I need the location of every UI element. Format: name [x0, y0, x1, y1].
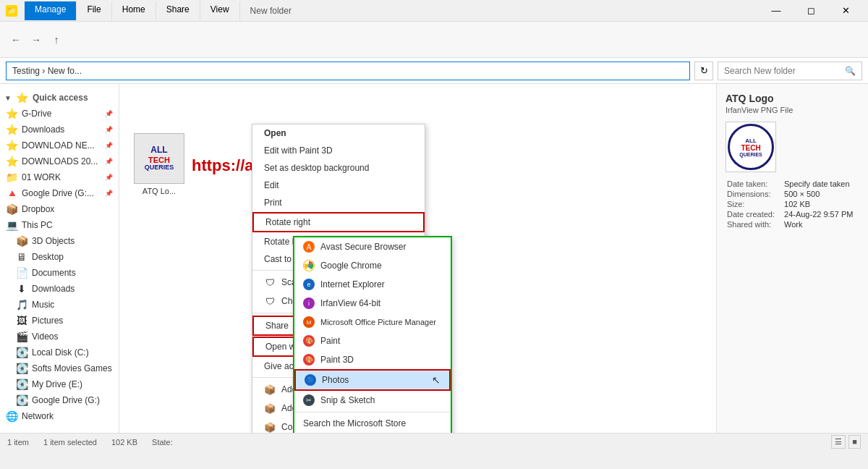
submenu-paint[interactable]: 🎨 Paint: [294, 331, 451, 350]
disk-icon: 💽: [16, 347, 27, 358]
main-layout: ▼ ⭐ Quick access ⭐ G-Drive 📌 ⭐ Downloads…: [0, 84, 868, 433]
logo-preview: ALL TECH QUERIES: [726, 122, 776, 172]
submenu-ie[interactable]: e Internet Explorer: [294, 275, 451, 294]
sidebar-item-desktop[interactable]: 🖥 Desktop: [0, 249, 119, 265]
sidebar-item-01work[interactable]: 📁 01 WORK 📌: [0, 169, 119, 185]
submenu-label: Photos: [322, 375, 349, 385]
tab-manage[interactable]: Manage: [25, 1, 77, 20]
meta-label: Date taken:: [727, 179, 783, 188]
submenu-paint3d[interactable]: 🎨 Paint 3D: [294, 350, 451, 369]
sidebar-item-downloads-20[interactable]: ⭐ DOWNLOADS 20... 📌: [0, 153, 119, 169]
meta-value: Specify date taken: [784, 179, 858, 188]
submenu-label: Paint 3D: [320, 355, 354, 365]
thispc-icon: 💻: [6, 219, 17, 231]
pin-icon: 📌: [105, 190, 113, 197]
sidebar-item-googledrive-g2[interactable]: 💽 Google Drive (G:): [0, 392, 119, 408]
status-bar-right-icons: ☰ ■: [831, 435, 861, 449]
view-list-icon[interactable]: ☰: [831, 435, 846, 449]
right-panel: ATQ Logo IrfanView PNG File ALL TECH QUE…: [716, 84, 868, 433]
chevron-down-icon: ▼: [4, 94, 12, 102]
sidebar-item-documents[interactable]: 📄 Documents: [0, 265, 119, 281]
tab-view[interactable]: View: [200, 1, 240, 20]
ribbon-toolbar: ← → ↑: [0, 22, 868, 58]
sidebar-item-thispc[interactable]: 💻 This PC: [0, 217, 119, 233]
meta-row-dimensions: Dimensions: 500 × 500: [727, 190, 858, 198]
submenu-search-store[interactable]: Search the Microsoft Store: [294, 415, 451, 432]
disk-icon: 💽: [16, 394, 27, 406]
ctx-set-desktop[interactable]: Set as desktop background: [252, 159, 425, 177]
photos-icon: 🔵: [305, 374, 316, 386]
forward-button[interactable]: →: [27, 31, 45, 48]
ctx-edit-paint3d[interactable]: Edit with Paint 3D: [252, 142, 425, 159]
sidebar-item-googledrive-g[interactable]: 🔺 Google Drive (G:... 📌: [0, 185, 119, 201]
sidebar-item-pictures[interactable]: 🖼 Pictures: [0, 313, 119, 329]
pin-icon: 📌: [105, 142, 113, 149]
file-name: ATQ Lo...: [142, 187, 176, 195]
sidebar-item-localdisk[interactable]: 💽 Local Disk (C:): [0, 345, 119, 360]
sidebar-item-music[interactable]: 🎵 Music: [0, 297, 119, 313]
ctx-label: Rotate right: [265, 217, 310, 227]
submenu-label: Snip & Sketch: [320, 395, 375, 405]
file-item-atqlogo[interactable]: ALL TECH QUERIES ATQ Lo...: [127, 127, 192, 201]
up-button[interactable]: ↑: [48, 31, 65, 48]
status-bar: 1 item 1 item selected 102 KB State: ☰ ■: [0, 433, 868, 450]
ctx-open[interactable]: Open: [252, 124, 425, 142]
star-icon: ⭐: [6, 124, 17, 135]
network-icon: 🌐: [6, 410, 17, 422]
submenu-choose-app[interactable]: Choose another app: [294, 432, 451, 433]
tab-home[interactable]: Home: [112, 1, 156, 20]
submenu-sep: [294, 412, 451, 413]
submenu-label: Microsoft Office Picture Manager: [320, 318, 436, 326]
sidebar-item-mydrive[interactable]: 💽 My Drive (E:): [0, 376, 119, 392]
submenu-avast[interactable]: A Avast Secure Browser: [294, 237, 451, 256]
submenu-snip-sketch[interactable]: ✂ Snip & Sketch: [294, 391, 451, 410]
shield-icon2: 🛡: [264, 295, 276, 307]
tab-share[interactable]: Share: [156, 1, 200, 20]
search-box[interactable]: 🔍: [718, 62, 862, 80]
minimize-button[interactable]: —: [760, 0, 793, 22]
pin-icon: 📌: [105, 110, 113, 117]
submenu-label: Paint: [320, 336, 340, 346]
sidebar-item-downloads1[interactable]: ⭐ Downloads 📌: [0, 122, 119, 138]
submenu-chrome[interactable]: Google Chrome: [294, 256, 451, 275]
sidebar-item-3dobjects[interactable]: 📦 3D Objects: [0, 233, 119, 249]
status-selected: 1 item selected: [43, 438, 97, 447]
cursor-icon: ↖: [432, 374, 441, 386]
sidebar-item-download-ne[interactable]: ⭐ DOWNLOAD NE... 📌: [0, 138, 119, 153]
ctx-edit[interactable]: Edit: [252, 177, 425, 194]
title-controls: — ◻ ✕: [760, 0, 862, 22]
window-title: New folder: [250, 6, 292, 16]
sidebar-item-downloads2[interactable]: ⬇ Downloads: [0, 281, 119, 297]
sidebar-item-videos[interactable]: 🎬 Videos: [0, 329, 119, 345]
pin-icon: 📌: [105, 126, 113, 133]
submenu-photos[interactable]: 🔵 Photos ↖: [294, 369, 451, 391]
pin-icon: 📌: [105, 158, 113, 165]
submenu-irfanview[interactable]: i IrfanView 64-bit: [294, 294, 451, 313]
3dobjects-icon: 📦: [16, 235, 27, 247]
status-size: 102 KB: [111, 438, 137, 447]
close-button[interactable]: ✕: [829, 0, 862, 22]
pictures-icon: 🖼: [16, 315, 27, 326]
sidebar-item-network[interactable]: 🌐 Network: [0, 408, 119, 424]
music-icon: 🎵: [16, 299, 27, 310]
sidebar-item-softs[interactable]: 💽 Softs Movies Games: [0, 360, 119, 376]
maximize-button[interactable]: ◻: [794, 0, 827, 22]
paint-icon: 🎨: [303, 335, 315, 347]
view-grid-icon[interactable]: ■: [848, 435, 861, 449]
refresh-button[interactable]: ↻: [694, 62, 713, 80]
back-button[interactable]: ←: [7, 31, 25, 48]
address-bar: Testing › New fo... ↻ 🔍: [0, 58, 868, 84]
meta-label: Date created:: [727, 210, 783, 219]
sidebar-item-dropbox[interactable]: 📦 Dropbox: [0, 201, 119, 217]
title-bar-left: 📁 Manage File Home Share View New folder: [6, 1, 292, 20]
tab-file[interactable]: File: [77, 1, 111, 20]
search-input[interactable]: [724, 66, 842, 76]
meta-label: Dimensions:: [727, 190, 783, 198]
address-path[interactable]: Testing › New fo...: [6, 62, 690, 80]
meta-label: Size:: [727, 200, 783, 208]
ctx-rotate-right[interactable]: Rotate right: [252, 212, 425, 232]
logo-text-all: ALL: [745, 138, 757, 144]
sidebar-item-gdrive[interactable]: ⭐ G-Drive 📌: [0, 106, 119, 122]
ctx-print[interactable]: Print: [252, 194, 425, 211]
submenu-ms-office-pic[interactable]: M Microsoft Office Picture Manager: [294, 313, 451, 331]
